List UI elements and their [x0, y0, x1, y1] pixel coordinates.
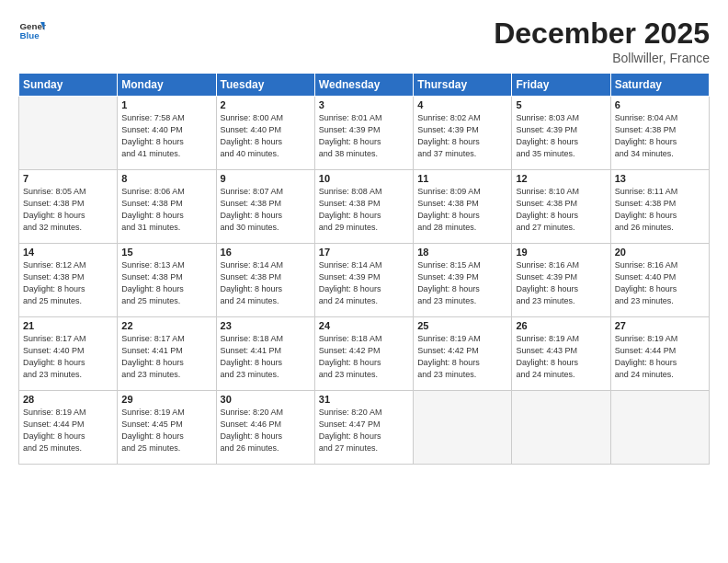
day-info: Sunrise: 8:10 AM Sunset: 4:38 PM Dayligh…	[516, 186, 606, 234]
day-info: Sunrise: 8:20 AM Sunset: 4:46 PM Dayligh…	[221, 407, 311, 454]
calendar-cell	[610, 391, 709, 465]
day-number: 20	[615, 247, 705, 258]
calendar-cell: 20Sunrise: 8:16 AM Sunset: 4:40 PM Dayli…	[610, 244, 709, 317]
svg-text:Blue: Blue	[20, 30, 40, 40]
weekday-header-wednesday: Wednesday	[314, 74, 413, 97]
logo-icon: General Blue	[18, 17, 46, 44]
day-number: 23	[221, 320, 311, 331]
week-row-1: 1Sunrise: 7:58 AM Sunset: 4:40 PM Daylig…	[19, 97, 710, 170]
day-info: Sunrise: 8:17 AM Sunset: 4:40 PM Dayligh…	[23, 333, 113, 381]
day-number: 5	[516, 99, 606, 110]
calendar-cell: 9Sunrise: 8:07 AM Sunset: 4:38 PM Daylig…	[216, 170, 314, 244]
day-info: Sunrise: 7:58 AM Sunset: 4:40 PM Dayligh…	[121, 112, 211, 160]
day-number: 2	[221, 99, 311, 110]
day-number: 3	[319, 99, 409, 110]
calendar-cell: 30Sunrise: 8:20 AM Sunset: 4:46 PM Dayli…	[216, 391, 314, 465]
day-info: Sunrise: 8:18 AM Sunset: 4:42 PM Dayligh…	[319, 333, 409, 381]
day-info: Sunrise: 8:12 AM Sunset: 4:38 PM Dayligh…	[23, 259, 113, 307]
day-info: Sunrise: 8:19 AM Sunset: 4:45 PM Dayligh…	[121, 407, 211, 454]
calendar-cell: 14Sunrise: 8:12 AM Sunset: 4:38 PM Dayli…	[19, 244, 118, 317]
calendar-cell: 24Sunrise: 8:18 AM Sunset: 4:42 PM Dayli…	[314, 317, 413, 391]
day-info: Sunrise: 8:07 AM Sunset: 4:38 PM Dayligh…	[221, 186, 311, 234]
main-title: December 2025	[494, 17, 710, 51]
weekday-header-saturday: Saturday	[610, 74, 709, 97]
day-number: 15	[121, 247, 211, 258]
calendar-cell: 10Sunrise: 8:08 AM Sunset: 4:38 PM Dayli…	[314, 170, 413, 244]
day-number: 18	[417, 247, 507, 258]
calendar-cell: 2Sunrise: 8:00 AM Sunset: 4:40 PM Daylig…	[216, 97, 314, 170]
calendar-cell: 28Sunrise: 8:19 AM Sunset: 4:44 PM Dayli…	[19, 391, 118, 465]
calendar-cell	[512, 391, 610, 465]
calendar-cell: 13Sunrise: 8:11 AM Sunset: 4:38 PM Dayli…	[610, 170, 709, 244]
day-number: 19	[516, 247, 606, 258]
calendar-cell: 29Sunrise: 8:19 AM Sunset: 4:45 PM Dayli…	[118, 391, 216, 465]
day-info: Sunrise: 8:05 AM Sunset: 4:38 PM Dayligh…	[23, 186, 113, 234]
day-info: Sunrise: 8:17 AM Sunset: 4:41 PM Dayligh…	[121, 333, 211, 381]
calendar-cell: 8Sunrise: 8:06 AM Sunset: 4:38 PM Daylig…	[118, 170, 216, 244]
week-row-3: 14Sunrise: 8:12 AM Sunset: 4:38 PM Dayli…	[19, 244, 710, 317]
page: General Blue December 2025 Bollwiller, F…	[0, 0, 728, 563]
day-info: Sunrise: 8:19 AM Sunset: 4:44 PM Dayligh…	[615, 333, 705, 381]
day-number: 27	[615, 320, 705, 331]
day-info: Sunrise: 8:19 AM Sunset: 4:43 PM Dayligh…	[516, 333, 606, 381]
week-row-4: 21Sunrise: 8:17 AM Sunset: 4:40 PM Dayli…	[19, 317, 710, 391]
day-number: 28	[23, 394, 113, 405]
day-number: 22	[121, 320, 211, 331]
day-number: 31	[319, 394, 409, 405]
calendar-cell: 5Sunrise: 8:03 AM Sunset: 4:39 PM Daylig…	[512, 97, 610, 170]
week-row-2: 7Sunrise: 8:05 AM Sunset: 4:38 PM Daylig…	[19, 170, 710, 244]
calendar-cell: 3Sunrise: 8:01 AM Sunset: 4:39 PM Daylig…	[314, 97, 413, 170]
day-info: Sunrise: 8:15 AM Sunset: 4:39 PM Dayligh…	[417, 259, 507, 307]
day-info: Sunrise: 8:02 AM Sunset: 4:39 PM Dayligh…	[417, 112, 507, 160]
day-info: Sunrise: 8:16 AM Sunset: 4:40 PM Dayligh…	[615, 259, 705, 307]
day-number: 10	[319, 173, 409, 184]
calendar-cell: 19Sunrise: 8:16 AM Sunset: 4:39 PM Dayli…	[512, 244, 610, 317]
calendar-cell: 21Sunrise: 8:17 AM Sunset: 4:40 PM Dayli…	[19, 317, 118, 391]
calendar-cell: 26Sunrise: 8:19 AM Sunset: 4:43 PM Dayli…	[512, 317, 610, 391]
day-info: Sunrise: 8:00 AM Sunset: 4:40 PM Dayligh…	[221, 112, 311, 160]
day-info: Sunrise: 8:19 AM Sunset: 4:44 PM Dayligh…	[23, 407, 113, 454]
day-number: 4	[417, 99, 507, 110]
day-number: 8	[121, 173, 211, 184]
weekday-header-thursday: Thursday	[414, 74, 512, 97]
calendar-cell: 27Sunrise: 8:19 AM Sunset: 4:44 PM Dayli…	[610, 317, 709, 391]
day-number: 24	[319, 320, 409, 331]
calendar-cell: 23Sunrise: 8:18 AM Sunset: 4:41 PM Dayli…	[216, 317, 314, 391]
day-number: 11	[417, 173, 507, 184]
calendar-cell: 11Sunrise: 8:09 AM Sunset: 4:38 PM Dayli…	[414, 170, 512, 244]
calendar-cell: 15Sunrise: 8:13 AM Sunset: 4:38 PM Dayli…	[118, 244, 216, 317]
day-number: 6	[615, 99, 705, 110]
day-info: Sunrise: 8:14 AM Sunset: 4:39 PM Dayligh…	[319, 259, 409, 307]
day-number: 12	[516, 173, 606, 184]
calendar-cell: 16Sunrise: 8:14 AM Sunset: 4:38 PM Dayli…	[216, 244, 314, 317]
day-number: 26	[516, 320, 606, 331]
calendar-cell: 31Sunrise: 8:20 AM Sunset: 4:47 PM Dayli…	[314, 391, 413, 465]
calendar: SundayMondayTuesdayWednesdayThursdayFrid…	[18, 73, 710, 465]
weekday-header-sunday: Sunday	[19, 74, 118, 97]
calendar-cell	[414, 391, 512, 465]
day-info: Sunrise: 8:16 AM Sunset: 4:39 PM Dayligh…	[516, 259, 606, 307]
day-number: 9	[221, 173, 311, 184]
weekday-header-monday: Monday	[118, 74, 216, 97]
day-info: Sunrise: 8:06 AM Sunset: 4:38 PM Dayligh…	[121, 186, 211, 234]
calendar-cell: 18Sunrise: 8:15 AM Sunset: 4:39 PM Dayli…	[414, 244, 512, 317]
day-number: 30	[221, 394, 311, 405]
calendar-cell: 1Sunrise: 7:58 AM Sunset: 4:40 PM Daylig…	[118, 97, 216, 170]
day-number: 16	[221, 247, 311, 258]
day-info: Sunrise: 8:09 AM Sunset: 4:38 PM Dayligh…	[417, 186, 507, 234]
day-info: Sunrise: 8:18 AM Sunset: 4:41 PM Dayligh…	[221, 333, 311, 381]
header: General Blue December 2025 Bollwiller, F…	[18, 17, 710, 65]
day-number: 21	[23, 320, 113, 331]
day-info: Sunrise: 8:20 AM Sunset: 4:47 PM Dayligh…	[319, 407, 409, 454]
day-info: Sunrise: 8:13 AM Sunset: 4:38 PM Dayligh…	[121, 259, 211, 307]
calendar-cell: 4Sunrise: 8:02 AM Sunset: 4:39 PM Daylig…	[414, 97, 512, 170]
day-info: Sunrise: 8:19 AM Sunset: 4:42 PM Dayligh…	[417, 333, 507, 381]
day-number: 13	[615, 173, 705, 184]
day-info: Sunrise: 8:03 AM Sunset: 4:39 PM Dayligh…	[516, 112, 606, 160]
day-info: Sunrise: 8:11 AM Sunset: 4:38 PM Dayligh…	[615, 186, 705, 234]
day-number: 1	[121, 99, 211, 110]
weekday-header-tuesday: Tuesday	[216, 74, 314, 97]
calendar-cell: 17Sunrise: 8:14 AM Sunset: 4:39 PM Dayli…	[314, 244, 413, 317]
weekday-header-row: SundayMondayTuesdayWednesdayThursdayFrid…	[19, 74, 710, 97]
day-info: Sunrise: 8:08 AM Sunset: 4:38 PM Dayligh…	[319, 186, 409, 234]
